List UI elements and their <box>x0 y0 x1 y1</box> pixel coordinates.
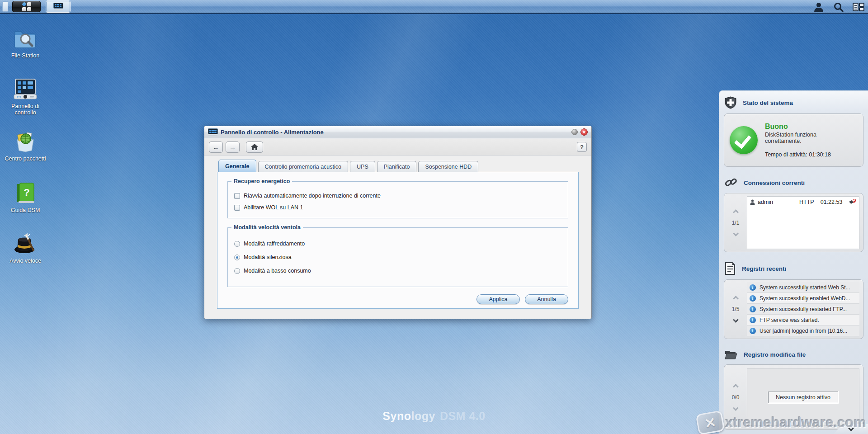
widget-title: Stato del sistema <box>743 99 793 106</box>
info-icon <box>750 317 756 323</box>
disconnect-icon[interactable] <box>849 199 856 205</box>
file-change-log-card: 0/0 Nessun registro attivo <box>724 364 863 430</box>
desktop-icon-quick-start[interactable]: Avvio veloce <box>4 232 47 264</box>
file-station-icon <box>14 27 37 50</box>
radio-icon-selected[interactable] <box>234 255 240 260</box>
desktop-icon-label: Avvio veloce <box>4 258 47 264</box>
status-description: DiskStation funziona correttamente. <box>765 132 837 144</box>
radio-icon[interactable] <box>234 268 240 274</box>
show-desktop-button[interactable] <box>2 1 8 12</box>
control-panel-power-window: Pannello di controllo - Alimentazione ← … <box>204 126 592 319</box>
checkbox-icon[interactable] <box>234 205 240 211</box>
minimize-button[interactable] <box>571 129 578 135</box>
logs-pager: 1/5 <box>724 280 747 339</box>
dsm-help-icon: ? <box>14 182 37 204</box>
home-button[interactable] <box>246 142 263 153</box>
log-row: System successfully restarted FTP... <box>747 304 859 315</box>
status-ok-icon <box>730 126 758 154</box>
tab-controllo-promemoria-acustico[interactable]: Controllo promemoria acustico <box>258 161 349 172</box>
desktop-icon-control-panel[interactable]: Pannello di controllo <box>4 78 47 116</box>
forward-button[interactable]: → <box>226 142 240 153</box>
taskbar-item-control-panel[interactable] <box>46 0 71 13</box>
back-button[interactable]: ← <box>209 142 223 153</box>
info-icon <box>750 295 756 302</box>
connections-card: 1/1 admin HTTP 01:22:53 <box>724 193 863 252</box>
tab-sospensione-hdd[interactable]: Sospensione HDD <box>418 161 478 172</box>
page-indicator: 0/0 <box>732 394 740 401</box>
page-up-icon[interactable] <box>733 209 739 215</box>
widget-title: Connessioni correnti <box>744 179 805 186</box>
log-row: System successfully enabled WebD... <box>747 293 859 304</box>
window-toolbar: ← → ? <box>204 139 591 156</box>
page-up-icon[interactable] <box>733 384 739 390</box>
taskbar <box>0 0 868 14</box>
log-row: FTP service was started. <box>747 315 859 326</box>
search-icon[interactable] <box>832 1 845 13</box>
page-down-icon[interactable] <box>733 231 739 236</box>
connection-row: admin HTTP 01:22:53 <box>747 197 859 208</box>
user-icon <box>750 199 755 205</box>
desktop-icon-package-center[interactable]: Centro pacchetti <box>4 130 47 162</box>
log-document-icon <box>725 262 736 275</box>
shield-icon <box>725 96 736 109</box>
package-center-icon <box>14 130 37 153</box>
apply-button[interactable]: Applica <box>476 294 520 304</box>
user-account-icon[interactable] <box>812 1 826 13</box>
page-down-icon[interactable] <box>733 317 739 323</box>
tab-ups[interactable]: UPS <box>350 161 375 172</box>
no-active-log-label: Nessun registro attivo <box>768 392 838 403</box>
desktop-icon-label: Guida DSM <box>4 207 47 213</box>
quick-start-icon <box>14 232 37 255</box>
desktop-icon-dsm-help[interactable]: ? Guida DSM <box>4 182 47 213</box>
info-icon <box>750 328 756 334</box>
tab-generale[interactable]: Generale <box>218 160 256 172</box>
connection-protocol: HTTP <box>799 199 814 205</box>
file-log-pager: 0/0 <box>724 365 747 429</box>
checkbox-icon[interactable] <box>234 193 240 199</box>
window-titlebar[interactable]: Pannello di controllo - Alimentazione <box>204 126 591 138</box>
pilot-view-icon[interactable] <box>852 1 865 13</box>
tab-strip: Generale Controllo promemoria acustico U… <box>218 160 478 172</box>
page-down-icon[interactable] <box>733 405 739 411</box>
control-panel-icon <box>53 3 63 10</box>
fieldset-legend: Modalità velocità ventola <box>231 224 303 231</box>
main-menu-icon <box>22 2 31 11</box>
log-row: User [admin] logged in from [10.16... <box>747 326 859 336</box>
file-change-log-header: Registro modifica file <box>719 344 868 363</box>
connection-time: 01:22:53 <box>821 199 843 205</box>
status-value: Buono <box>765 123 837 131</box>
chevron-down-icon <box>848 425 854 431</box>
folder-icon <box>725 349 737 360</box>
widget-title: Registro modifica file <box>744 351 806 358</box>
page-indicator: 1/1 <box>732 220 740 226</box>
radio-icon[interactable] <box>234 241 240 247</box>
control-panel-desktop-icon <box>14 78 37 100</box>
desktop-icon-label: Pannello di controllo <box>4 103 47 116</box>
link-icon <box>725 177 737 189</box>
log-row: System successfully started Web St... <box>747 282 859 293</box>
radio-cool-mode[interactable]: Modalità raffreddamento <box>234 241 561 247</box>
widget-title: Registri recenti <box>742 265 786 272</box>
system-status-header: Stato del sistema <box>719 91 868 112</box>
cancel-button[interactable]: Annulla <box>525 294 568 304</box>
page-up-icon[interactable] <box>733 296 739 302</box>
fieldset-legend: Recupero energetico <box>231 178 292 184</box>
connections-list: admin HTTP 01:22:53 <box>747 196 859 249</box>
checkbox-restart-after-power-failure[interactable]: Riavvia automaticamente dopo interruzion… <box>234 193 561 199</box>
checkbox-enable-wol-lan1[interactable]: Abilitare WOL su LAN 1 <box>234 204 561 211</box>
fan-speed-fieldset: Modalità velocità ventola Modalità raffr… <box>227 227 568 287</box>
help-button[interactable]: ? <box>577 142 587 152</box>
radio-low-power-mode[interactable]: Modalità a basso consumo <box>234 268 561 274</box>
main-menu-button[interactable] <box>12 1 41 12</box>
uptime-text: Tempo di attività: 01:30:18 <box>765 151 837 158</box>
info-icon <box>750 284 756 291</box>
tab-pianificato[interactable]: Pianificato <box>377 161 417 172</box>
connection-user: admin <box>758 199 773 205</box>
desktop-icon-label: Centro pacchetti <box>4 156 47 162</box>
file-log-empty-area: Nessun registro attivo <box>747 368 859 426</box>
desktop-icon-file-station[interactable]: File Station <box>4 27 47 59</box>
info-icon <box>750 306 756 312</box>
close-icon[interactable] <box>580 128 588 136</box>
radio-quiet-mode[interactable]: Modalità silenziosa <box>234 254 561 260</box>
dialog-buttons: Applica Annulla <box>476 294 568 304</box>
